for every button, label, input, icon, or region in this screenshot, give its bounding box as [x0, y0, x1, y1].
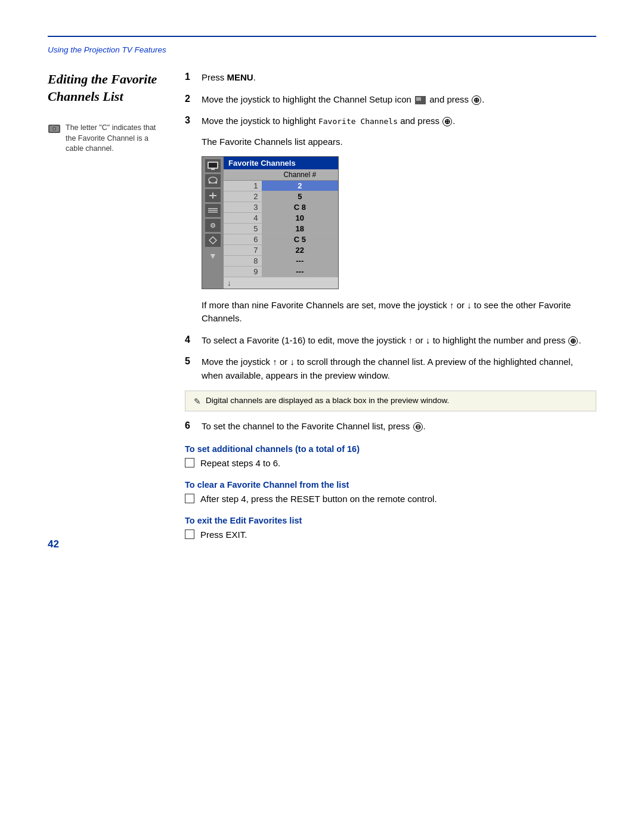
fav-channels-panel: ▼ Favorite Channels Channel # — [202, 156, 339, 289]
table-row: 410 — [224, 212, 338, 223]
table-row: 12 — [224, 180, 338, 191]
note-box: The letter "C" indicates that the Favori… — [48, 123, 167, 154]
step-6: 6 To set the channel to the Favorite Cha… — [185, 420, 596, 433]
checkbox-icon — [185, 494, 194, 503]
table-row: 3C 8 — [224, 202, 338, 212]
checkbox-icon — [185, 529, 194, 539]
checkbox-item: Repeat steps 4 to 6. — [185, 457, 596, 469]
table-row: 8--- — [224, 255, 338, 266]
step-5-num: 5 — [185, 355, 202, 367]
breadcrumb: Using the Projection TV Features — [48, 45, 596, 54]
fav-title-bar: Favorite Channels — [224, 157, 338, 169]
table-row: 722 — [224, 244, 338, 255]
svg-rect-15 — [208, 212, 218, 213]
step-5: 5 Move the joystick ↑ or ↓ to scroll thr… — [185, 355, 596, 382]
step-1-num: 1 — [185, 71, 202, 82]
table-row: 518 — [224, 223, 338, 234]
tip-text: Digital channels are displayed as a blac… — [206, 396, 449, 405]
channel-setup-icon — [415, 96, 426, 104]
svg-marker-18 — [209, 237, 216, 244]
sub-heading: To clear a Favorite Channel from the lis… — [185, 480, 596, 490]
checkbox-icon — [185, 458, 194, 467]
table-row: 6C 5 — [224, 234, 338, 244]
checkbox-item: Press EXIT. — [185, 528, 596, 541]
note-icon — [48, 123, 61, 134]
table-row: 9--- — [224, 266, 338, 277]
fav-channels-table: Channel # 12253C 84105186C 57228---9--- — [224, 169, 338, 277]
step-4-content: To select a Favorite (1-16) to edit, mov… — [202, 334, 596, 348]
circle-minus-icon: ⊖ — [413, 422, 423, 432]
step-3-num: 3 — [185, 114, 202, 126]
note-text: The letter "C" indicates that the Favori… — [66, 123, 167, 154]
circle-plus-icon: ⊕ — [472, 95, 481, 105]
sub-heading: To exit the Edit Favorites list — [185, 516, 596, 525]
circle-plus-icon-2: ⊕ — [442, 117, 452, 126]
sub-heading: To set additional channels (to a total o… — [185, 444, 596, 454]
step-2: 2 Move the joystick to highlight the Cha… — [185, 93, 596, 107]
para-after-table: If more than nine Favorite Channels are … — [202, 299, 596, 326]
step-2-num: 2 — [185, 93, 202, 104]
svg-rect-12 — [209, 195, 216, 196]
sidebar-icon-6 — [205, 234, 221, 247]
svg-point-17 — [212, 225, 213, 226]
fav-main: Favorite Channels Channel # 12253C 8410 — [224, 157, 338, 289]
svg-rect-9 — [209, 181, 210, 184]
checkbox-label: Press EXIT. — [200, 528, 247, 541]
fav-sidebar-icons: ▼ — [202, 157, 224, 289]
svg-rect-4 — [52, 125, 54, 126]
sidebar-icon-1 — [205, 159, 221, 172]
checkbox-label: After step 4, press the RESET button on … — [200, 493, 437, 505]
step-1: 1 Press MENU. — [185, 71, 596, 85]
step-1-content: Press MENU. — [202, 71, 596, 85]
checkbox-label: Repeat steps 4 to 6. — [200, 457, 280, 469]
step-3-content: Move the joystick to highlight Favorite … — [202, 114, 596, 128]
fav-list-appears: The Favorite Channels list appears. — [202, 137, 596, 147]
section-title: Editing the Favorite Channels List — [48, 71, 167, 105]
step-5-content: Move the joystick ↑ or ↓ to scroll throu… — [202, 355, 596, 382]
step-4: 4 To select a Favorite (1-16) to edit, m… — [185, 334, 596, 348]
svg-rect-14 — [208, 210, 218, 211]
svg-rect-13 — [208, 208, 218, 209]
tip-icon: ✎ — [194, 397, 201, 406]
fav-arrow-row: ↓ — [224, 277, 338, 289]
checkbox-item: After step 4, press the RESET button on … — [185, 493, 596, 505]
step-4-num: 4 — [185, 334, 202, 345]
page-number: 42 — [48, 538, 59, 550]
fav-channels-sidebar: ▼ Favorite Channels Channel # — [202, 157, 338, 289]
svg-rect-10 — [215, 181, 217, 184]
step-3: 3 Move the joystick to highlight Favorit… — [185, 114, 596, 128]
top-rule — [48, 36, 596, 37]
table-row: 25 — [224, 191, 338, 202]
sidebar-icon-4 — [205, 204, 221, 217]
sidebar-icon-5 — [205, 219, 221, 232]
tip-box: ✎ Digital channels are displayed as a bl… — [185, 391, 596, 411]
svg-rect-6 — [209, 163, 217, 168]
step-2-content: Move the joystick to highlight the Chann… — [202, 93, 596, 107]
sidebar-icon-2 — [205, 174, 221, 187]
step-6-content: To set the channel to the Favorite Chann… — [202, 420, 596, 433]
svg-point-3 — [54, 128, 55, 130]
step-6-num: 6 — [185, 420, 202, 431]
sidebar-icon-3 — [205, 189, 221, 202]
sub-sections-container: To set additional channels (to a total o… — [185, 444, 596, 541]
sidebar-scroll-down: ▼ — [209, 251, 217, 261]
circle-plus-icon-3: ⊕ — [568, 336, 578, 346]
svg-rect-7 — [211, 169, 215, 170]
fav-channels-wrap: ▼ Favorite Channels Channel # — [202, 156, 596, 289]
